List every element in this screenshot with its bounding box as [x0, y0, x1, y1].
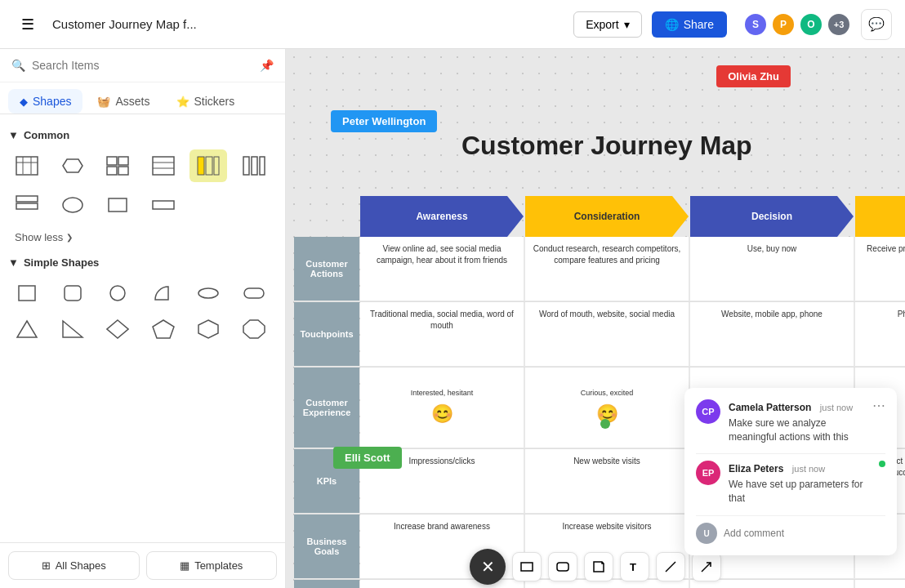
- svg-rect-15: [252, 157, 257, 175]
- arrow-tool[interactable]: [692, 552, 721, 581]
- cursor-elli-scott: [600, 419, 610, 429]
- svg-rect-0: [16, 157, 38, 175]
- shape-flat-ellipse[interactable]: [189, 277, 227, 310]
- comment-header: Camela Patterson just now: [729, 399, 864, 414]
- pin-icon[interactable]: 📌: [260, 59, 274, 72]
- canvas[interactable]: Peter Wellington Olivia Zhu Customer Jou…: [286, 49, 905, 588]
- cell-ca-0: View online ad, see social media campaig…: [360, 237, 524, 301]
- cell-exp-1: Curious, excited 😊: [525, 368, 689, 448]
- svg-rect-4: [107, 157, 117, 165]
- share-button[interactable]: 🌐 Share: [652, 11, 727, 38]
- cell-tp-1: Word of mouth, website, social media: [525, 302, 689, 366]
- comment-options-button[interactable]: ⋯: [872, 399, 885, 444]
- shape-rows[interactable]: [8, 189, 46, 221]
- shape-octagon[interactable]: [235, 313, 273, 345]
- rectangle-tool[interactable]: [512, 552, 542, 581]
- cell-kpi-1: New website visits: [525, 449, 689, 513]
- row-label-customer-actions: Customer Actions: [294, 237, 359, 301]
- shape-triangle[interactable]: [8, 313, 46, 345]
- common-section-header[interactable]: ▼ Common: [8, 129, 277, 141]
- shape-sq[interactable]: [8, 277, 46, 310]
- svg-rect-12: [206, 157, 212, 175]
- comment-button[interactable]: 💬: [861, 9, 892, 40]
- avatar-o[interactable]: O: [799, 12, 823, 37]
- shape-grid[interactable]: [99, 149, 136, 182]
- search-input[interactable]: [32, 59, 253, 72]
- svg-marker-29: [107, 320, 128, 338]
- line-tool[interactable]: [656, 552, 685, 581]
- add-comment-row: U: [696, 523, 885, 544]
- row-label-touchpoints: Touchpoints: [294, 302, 359, 366]
- text-tool[interactable]: T: [620, 552, 649, 581]
- left-panel: 🔍 📌 ◆ Shapes 🧺 Assets ⭐ Stickers ▼ Commo…: [0, 49, 286, 588]
- cell-tp-0: Traditional media, social media, word of…: [360, 302, 524, 366]
- shape-hexagon[interactable]: [189, 313, 227, 345]
- svg-point-25: [198, 288, 218, 298]
- assets-tab-label: Assets: [115, 95, 149, 108]
- bottom-bar: ⊞ All Shapes ▦ Templates: [0, 542, 285, 588]
- svg-rect-16: [260, 157, 265, 175]
- comment-entry: EP Eliza Peters just now We have set up …: [696, 461, 885, 506]
- shape-list[interactable]: [145, 149, 182, 182]
- svg-rect-21: [153, 201, 174, 209]
- avatar-s[interactable]: S: [743, 12, 768, 37]
- shape-rectangle-sm[interactable]: [99, 189, 136, 221]
- header-empty: [294, 196, 359, 237]
- svg-rect-23: [65, 286, 81, 301]
- cell-ca-1: Conduct research, research competitors, …: [525, 237, 689, 301]
- templates-icon: ▦: [180, 559, 189, 572]
- close-toolbar-button[interactable]: ✕: [470, 549, 506, 585]
- label-elli-scott: Elli Scott: [333, 447, 402, 469]
- shape-rounded-sq[interactable]: [54, 277, 91, 310]
- simple-shapes-section-header[interactable]: ▼ Simple Shapes: [8, 256, 277, 269]
- shape-stadium[interactable]: [235, 277, 273, 310]
- comment-author: Camela Patterson: [729, 402, 811, 413]
- rounded-rect-tool[interactable]: [548, 552, 577, 581]
- all-shapes-button[interactable]: ⊞ All Shapes: [8, 551, 140, 580]
- svg-rect-7: [118, 167, 128, 175]
- all-shapes-icon: ⊞: [42, 559, 51, 572]
- avatar-p[interactable]: P: [771, 12, 796, 37]
- export-button[interactable]: Export ▾: [573, 11, 641, 38]
- note-tool[interactable]: [584, 552, 613, 581]
- comment-icon: 💬: [868, 16, 885, 32]
- cell-tp-3: Phone, chatbot, email: [855, 302, 905, 366]
- templates-label: Templates: [194, 559, 243, 572]
- show-less-label: Show less: [15, 231, 63, 243]
- svg-rect-17: [16, 196, 38, 202]
- templates-button[interactable]: ▦ Templates: [146, 551, 278, 580]
- tab-assets[interactable]: 🧺 Assets: [86, 89, 161, 114]
- shape-right-triangle[interactable]: [54, 313, 91, 345]
- stickers-tab-icon: ⭐: [176, 96, 189, 108]
- add-comment-input[interactable]: [724, 528, 885, 539]
- tab-stickers[interactable]: ⭐ Stickers: [165, 89, 247, 114]
- shape-process[interactable]: [54, 149, 91, 182]
- tab-shapes[interactable]: ◆ Shapes: [8, 89, 82, 114]
- shape-table[interactable]: [8, 149, 46, 182]
- avatar-camela: CP: [696, 399, 720, 424]
- shape-kanban[interactable]: [189, 149, 227, 182]
- shape-quarter-circle[interactable]: [145, 277, 182, 310]
- svg-rect-33: [521, 563, 533, 571]
- stickers-tab-label: Stickers: [194, 95, 235, 108]
- search-bar: 🔍 📌: [0, 49, 285, 82]
- shape-circle[interactable]: [99, 277, 136, 310]
- svg-rect-18: [16, 203, 38, 209]
- menu-button[interactable]: ☰: [13, 10, 42, 39]
- shape-ellipse[interactable]: [54, 189, 91, 221]
- avatar-more[interactable]: +3: [827, 12, 851, 37]
- shapes-tab-icon: ◆: [20, 96, 28, 108]
- hamburger-icon: ☰: [21, 16, 34, 33]
- comment-text: We have set up parameters for that: [729, 478, 871, 506]
- shape-diamond[interactable]: [99, 313, 136, 345]
- show-less-button[interactable]: Show less ❯: [8, 228, 277, 247]
- shape-wide-rect[interactable]: [145, 189, 182, 221]
- collaborator-avatars: S P O +3: [743, 12, 851, 37]
- chevron-down-icon: ▼: [8, 256, 19, 269]
- cell-ca-2: Use, buy now: [690, 237, 854, 301]
- shape-columns[interactable]: [235, 149, 273, 182]
- svg-marker-32: [243, 320, 265, 338]
- shape-pentagon[interactable]: [145, 313, 182, 345]
- svg-rect-11: [198, 157, 204, 175]
- svg-rect-20: [109, 198, 127, 212]
